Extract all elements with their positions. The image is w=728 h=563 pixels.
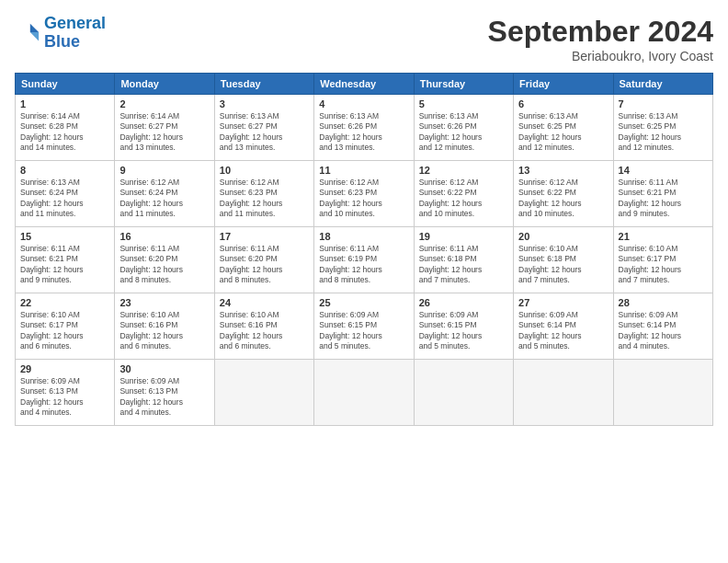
day-number: 26 [419,297,508,308]
calendar-cell: 26Sunrise: 6:09 AM Sunset: 6:15 PM Dayli… [414,293,513,360]
day-info: Sunrise: 6:09 AM Sunset: 6:14 PM Dayligh… [518,310,608,352]
header-sunday: Sunday [16,74,115,95]
day-number: 8 [20,165,109,176]
calendar-cell: 15Sunrise: 6:11 AM Sunset: 6:21 PM Dayli… [16,227,115,293]
calendar-cell: 30Sunrise: 6:09 AM Sunset: 6:13 PM Dayli… [115,360,214,426]
day-info: Sunrise: 6:09 AM Sunset: 6:15 PM Dayligh… [319,310,408,352]
logo-text: General Blue [44,15,106,52]
calendar-cell: 3Sunrise: 6:13 AM Sunset: 6:27 PM Daylig… [214,95,313,161]
day-info: Sunrise: 6:13 AM Sunset: 6:24 PM Dayligh… [20,178,109,220]
calendar-cell: 4Sunrise: 6:13 AM Sunset: 6:26 PM Daylig… [314,95,414,161]
day-info: Sunrise: 6:11 AM Sunset: 6:19 PM Dayligh… [319,244,408,286]
day-number: 30 [119,363,209,374]
day-info: Sunrise: 6:14 AM Sunset: 6:28 PM Dayligh… [20,111,109,154]
calendar-week-5: 29Sunrise: 6:09 AM Sunset: 6:13 PM Dayli… [16,360,713,426]
calendar-cell: 10Sunrise: 6:12 AM Sunset: 6:23 PM Dayli… [214,161,313,227]
logo-line2: Blue [44,32,80,51]
day-info: Sunrise: 6:10 AM Sunset: 6:18 PM Dayligh… [518,244,608,286]
day-info: Sunrise: 6:13 AM Sunset: 6:25 PM Dayligh… [619,111,708,154]
day-number: 28 [619,297,708,308]
calendar-header: Sunday Monday Tuesday Wednesday Thursday… [16,74,713,95]
calendar-cell: 11Sunrise: 6:12 AM Sunset: 6:23 PM Dayli… [314,161,414,227]
calendar-cell [613,360,712,426]
calendar-cell: 24Sunrise: 6:10 AM Sunset: 6:16 PM Dayli… [214,293,313,360]
day-info: Sunrise: 6:11 AM Sunset: 6:21 PM Dayligh… [619,178,708,220]
logo-icon [15,20,40,46]
day-number: 3 [220,98,309,109]
day-info: Sunrise: 6:09 AM Sunset: 6:14 PM Dayligh… [619,310,708,352]
day-info: Sunrise: 6:09 AM Sunset: 6:13 PM Dayligh… [119,376,209,419]
day-number: 7 [619,98,708,109]
day-info: Sunrise: 6:11 AM Sunset: 6:20 PM Dayligh… [220,244,309,286]
day-number: 17 [220,231,309,242]
title-block: September 2024 Beriaboukro, Ivory Coast [488,15,713,63]
day-info: Sunrise: 6:14 AM Sunset: 6:27 PM Dayligh… [119,111,209,154]
calendar-week-4: 22Sunrise: 6:10 AM Sunset: 6:17 PM Dayli… [16,293,713,360]
month-title: September 2024 [488,15,713,49]
calendar-cell [214,360,313,426]
svg-marker-0 [30,24,39,32]
calendar-week-3: 15Sunrise: 6:11 AM Sunset: 6:21 PM Dayli… [16,227,713,293]
day-number: 2 [119,98,209,109]
day-number: 14 [619,165,708,176]
day-number: 25 [319,297,408,308]
day-number: 29 [20,363,109,374]
day-info: Sunrise: 6:12 AM Sunset: 6:22 PM Dayligh… [518,178,608,220]
calendar-cell [514,360,613,426]
day-number: 22 [20,297,109,308]
day-info: Sunrise: 6:11 AM Sunset: 6:21 PM Dayligh… [20,244,109,286]
day-number: 6 [518,98,608,109]
day-number: 5 [419,98,508,109]
logo-line1: General [44,14,106,32]
page: General Blue September 2024 Beriaboukro,… [0,0,728,563]
calendar-cell: 29Sunrise: 6:09 AM Sunset: 6:13 PM Dayli… [16,360,115,426]
day-info: Sunrise: 6:12 AM Sunset: 6:24 PM Dayligh… [119,178,209,220]
day-info: Sunrise: 6:11 AM Sunset: 6:20 PM Dayligh… [119,244,209,286]
day-info: Sunrise: 6:12 AM Sunset: 6:22 PM Dayligh… [419,178,508,220]
calendar-cell: 22Sunrise: 6:10 AM Sunset: 6:17 PM Dayli… [16,293,115,360]
calendar-cell: 9Sunrise: 6:12 AM Sunset: 6:24 PM Daylig… [115,161,214,227]
logo: General Blue [15,15,106,52]
calendar-week-2: 8Sunrise: 6:13 AM Sunset: 6:24 PM Daylig… [16,161,713,227]
calendar-cell: 27Sunrise: 6:09 AM Sunset: 6:14 PM Dayli… [514,293,613,360]
day-info: Sunrise: 6:10 AM Sunset: 6:16 PM Dayligh… [119,310,209,352]
day-info: Sunrise: 6:09 AM Sunset: 6:13 PM Dayligh… [20,376,109,419]
day-number: 18 [319,231,408,242]
calendar-cell: 18Sunrise: 6:11 AM Sunset: 6:19 PM Dayli… [314,227,414,293]
day-info: Sunrise: 6:10 AM Sunset: 6:16 PM Dayligh… [220,310,309,352]
day-number: 23 [119,297,209,308]
calendar-cell [314,360,414,426]
header-saturday: Saturday [613,74,712,95]
header-thursday: Thursday [414,74,513,95]
day-number: 11 [319,165,408,176]
day-number: 13 [518,165,608,176]
calendar-week-1: 1Sunrise: 6:14 AM Sunset: 6:28 PM Daylig… [16,95,713,161]
calendar-cell: 13Sunrise: 6:12 AM Sunset: 6:22 PM Dayli… [514,161,613,227]
calendar-cell: 7Sunrise: 6:13 AM Sunset: 6:25 PM Daylig… [613,95,712,161]
day-info: Sunrise: 6:10 AM Sunset: 6:17 PM Dayligh… [619,244,708,286]
day-number: 20 [518,231,608,242]
calendar-cell: 23Sunrise: 6:10 AM Sunset: 6:16 PM Dayli… [115,293,214,360]
day-info: Sunrise: 6:12 AM Sunset: 6:23 PM Dayligh… [220,178,309,220]
day-number: 10 [220,165,309,176]
calendar-table: Sunday Monday Tuesday Wednesday Thursday… [15,73,713,426]
calendar-cell: 16Sunrise: 6:11 AM Sunset: 6:20 PM Dayli… [115,227,214,293]
day-info: Sunrise: 6:10 AM Sunset: 6:17 PM Dayligh… [20,310,109,352]
day-number: 1 [20,98,109,109]
calendar-cell: 25Sunrise: 6:09 AM Sunset: 6:15 PM Dayli… [314,293,414,360]
calendar-cell [414,360,513,426]
calendar-cell: 21Sunrise: 6:10 AM Sunset: 6:17 PM Dayli… [613,227,712,293]
header-monday: Monday [115,74,214,95]
calendar-cell: 28Sunrise: 6:09 AM Sunset: 6:14 PM Dayli… [613,293,712,360]
day-number: 15 [20,231,109,242]
day-info: Sunrise: 6:13 AM Sunset: 6:27 PM Dayligh… [220,111,309,154]
header: General Blue September 2024 Beriaboukro,… [15,15,713,63]
day-number: 4 [319,98,408,109]
location: Beriaboukro, Ivory Coast [488,49,713,63]
day-number: 16 [119,231,209,242]
calendar-cell: 5Sunrise: 6:13 AM Sunset: 6:26 PM Daylig… [414,95,513,161]
header-tuesday: Tuesday [214,74,313,95]
calendar-cell: 17Sunrise: 6:11 AM Sunset: 6:20 PM Dayli… [214,227,313,293]
day-info: Sunrise: 6:11 AM Sunset: 6:18 PM Dayligh… [419,244,508,286]
calendar-cell: 12Sunrise: 6:12 AM Sunset: 6:22 PM Dayli… [414,161,513,227]
